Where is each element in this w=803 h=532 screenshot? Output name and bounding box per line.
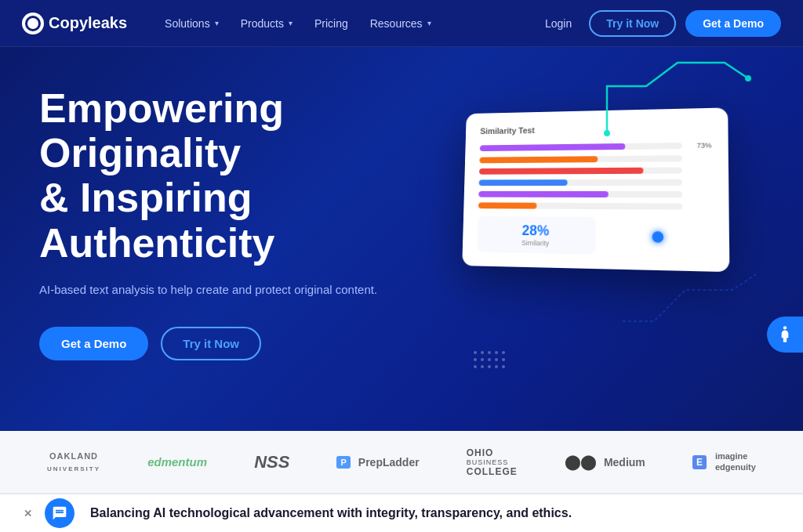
dots-decoration [474, 351, 505, 368]
nav-item-products[interactable]: Products ▾ [231, 11, 302, 36]
chat-button[interactable] [45, 498, 74, 528]
svg-point-0 [604, 130, 610, 136]
logo-icon [22, 13, 44, 34]
navbar: Copyleaks Solutions ▾ Products ▾ Pricing… [0, 0, 803, 47]
logo-oakland: OAKLAND UNIVERSITY [47, 451, 100, 472]
circuit-decoration [599, 55, 756, 149]
accessibility-button[interactable] [767, 317, 803, 353]
logo-edgenuity: E imagineedgenuity [692, 451, 756, 472]
bar-row [479, 179, 712, 186]
bar-row [479, 155, 711, 164]
nav-links: Solutions ▾ Products ▾ Pricing Resources… [155, 11, 537, 36]
logo-prepladder: P PrepLadder [336, 456, 419, 469]
nav-item-solutions[interactable]: Solutions ▾ [155, 11, 228, 36]
bottom-circuit-decoration [623, 266, 764, 329]
hero-cta-buttons: Get a Demo Try it Now [39, 327, 416, 360]
accessibility-icon [775, 324, 795, 345]
indicator-dot [652, 231, 664, 243]
hero-section: Empowering Originality & Inspiring Authe… [0, 47, 803, 431]
chevron-down-icon: ▾ [289, 19, 292, 27]
banner-text: Balancing AI technological advancement w… [90, 506, 572, 520]
close-button[interactable]: ✕ [24, 508, 32, 519]
bar-row [478, 202, 712, 210]
bar-row [478, 191, 712, 197]
hero-try-now-button[interactable]: Try it Now [161, 327, 261, 360]
logo-nss: NSS [254, 452, 289, 472]
logo-edmentum: edmentum [147, 455, 207, 469]
hero-get-demo-button[interactable]: Get a Demo [39, 327, 148, 360]
svg-point-2 [783, 326, 787, 329]
hero-headline: Empowering Originality & Inspiring Authe… [39, 86, 416, 266]
brand-logo[interactable]: Copyleaks [22, 13, 127, 34]
hero-content: Empowering Originality & Inspiring Authe… [39, 86, 416, 360]
logo-medium: ⬤⬤ Medium [565, 454, 645, 471]
brand-name: Copyleaks [49, 14, 127, 32]
login-button[interactable]: Login [537, 13, 580, 34]
hero-subtext: AI-based text analysis to help create an… [39, 281, 416, 299]
chevron-down-icon: ▾ [427, 19, 431, 27]
get-demo-button[interactable]: Get a Demo [685, 10, 781, 37]
nav-item-pricing[interactable]: Pricing [305, 11, 358, 36]
try-now-button[interactable]: Try it Now [589, 10, 676, 37]
bar-row [479, 167, 712, 175]
logos-bar: OAKLAND UNIVERSITY edmentum NSS P PrepLa… [0, 431, 803, 494]
stat-row: 28% Similarity [477, 216, 712, 257]
logo-ohio: OHIOBUSINESSCOLLEGE [467, 447, 518, 477]
nav-item-resources[interactable]: Resources ▾ [361, 11, 441, 36]
chevron-down-icon: ▾ [215, 19, 219, 27]
nav-actions: Login Try it Now Get a Demo [537, 10, 781, 37]
stat-box: 28% Similarity [477, 216, 595, 255]
svg-point-1 [745, 75, 751, 81]
chat-icon [52, 505, 67, 521]
bottom-banner: ✕ Balancing AI technological advancement… [0, 494, 803, 532]
